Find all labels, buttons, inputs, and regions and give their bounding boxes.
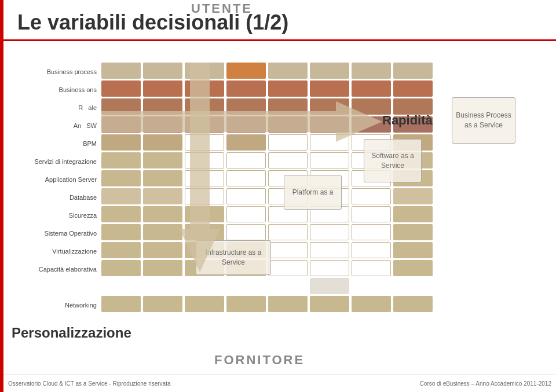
row-label-3: An SW	[6, 116, 100, 134]
cell-2-1	[143, 98, 182, 115]
cell-5-4	[268, 152, 308, 168]
row-label-8: Sicurezza	[6, 206, 100, 224]
cell-4-4	[268, 134, 308, 151]
cell-6-0	[101, 170, 141, 186]
fornitore-label: FORNITORE	[214, 353, 305, 368]
cell-9-1	[143, 224, 182, 240]
cell-7-6	[352, 188, 391, 204]
cell-8-2	[185, 206, 224, 222]
cell-12-6	[352, 278, 391, 294]
personalizzazione-label: Personalizzazione	[12, 325, 131, 341]
cell-3-3	[226, 116, 266, 133]
cell-9-5	[310, 224, 349, 240]
cell-10-7	[393, 242, 433, 258]
cell-1-2	[185, 80, 224, 97]
software-service-box: Software as a Service	[364, 139, 422, 182]
cell-1-5	[310, 80, 349, 97]
cell-11-5	[310, 260, 349, 276]
cell-4-5	[310, 134, 349, 151]
cell-10-0	[101, 242, 141, 258]
cell-0-4	[268, 63, 308, 79]
cell-12-3	[226, 278, 266, 294]
cell-7-2	[185, 188, 224, 204]
cell-9-4	[268, 224, 308, 240]
cell-9-2	[185, 224, 224, 240]
cell-5-3	[226, 152, 266, 168]
cell-1-0	[101, 80, 141, 97]
cell-2-4	[268, 98, 308, 115]
cell-10-1	[143, 242, 182, 258]
cell-9-6	[352, 224, 391, 240]
cell-13-5	[310, 296, 349, 312]
cell-1-7	[393, 80, 433, 97]
cell-2-7	[393, 98, 433, 115]
row-label-13: Networking	[6, 296, 100, 314]
row-label-0: Business process	[6, 63, 100, 80]
row-label-10: Virtualizzazione	[6, 242, 100, 260]
cell-6-1	[143, 170, 182, 186]
cell-4-0	[101, 134, 141, 151]
row-label-4: BPM	[6, 134, 100, 152]
footer: Osservatorio Cloud & ICT as a Service - …	[3, 375, 556, 392]
cell-6-3	[226, 170, 266, 186]
cell-7-0	[101, 188, 141, 204]
left-accent-bar	[0, 0, 3, 392]
cell-11-4	[268, 260, 308, 276]
utente-label: UTENTE	[191, 1, 253, 16]
row-label-6: Application Server	[6, 170, 100, 188]
cell-1-4	[268, 80, 308, 97]
cell-7-3	[226, 188, 266, 204]
cell-2-5	[310, 98, 349, 115]
cell-4-2	[185, 134, 224, 151]
row-label-11: Capacità elaborativa	[6, 260, 100, 278]
cell-1-3	[226, 80, 266, 97]
cell-3-0	[101, 116, 141, 133]
row-label-9: Sistema Operativo	[6, 224, 100, 242]
cell-7-1	[143, 188, 182, 204]
cell-12-4	[268, 278, 308, 294]
cell-0-3	[226, 63, 266, 79]
cell-2-2	[185, 98, 224, 115]
rapidita-label: Rapidità	[382, 113, 433, 128]
cell-1-6	[352, 80, 391, 97]
cell-6-2	[185, 170, 224, 186]
cell-13-0	[101, 296, 141, 312]
cell-1-1	[143, 80, 182, 97]
cell-0-2	[185, 63, 224, 79]
cell-9-7	[393, 224, 433, 240]
cell-8-0	[101, 206, 141, 222]
cell-13-6	[352, 296, 391, 312]
cell-12-1	[143, 278, 182, 294]
cell-5-1	[143, 152, 182, 168]
cell-3-5	[310, 116, 349, 133]
cell-12-0	[101, 278, 141, 294]
cell-5-2	[185, 152, 224, 168]
cell-8-7	[393, 206, 433, 222]
cell-0-0	[101, 63, 141, 79]
row-label-7: Database	[6, 188, 100, 206]
cell-10-5	[310, 242, 349, 258]
cell-11-1	[143, 260, 182, 276]
cell-0-1	[143, 63, 182, 79]
cell-12-2	[185, 278, 224, 294]
cell-11-0	[101, 260, 141, 276]
cell-0-5	[310, 63, 349, 79]
cell-8-6	[352, 206, 391, 222]
row-label-12	[6, 278, 100, 296]
cell-8-1	[143, 206, 182, 222]
cell-13-3	[226, 296, 266, 312]
cell-2-3	[226, 98, 266, 115]
cell-3-2	[185, 116, 224, 133]
cell-5-0	[101, 152, 141, 168]
top-accent-line	[3, 39, 556, 41]
row-label-5: Servizi di integrazione	[6, 152, 100, 170]
cell-0-7	[393, 63, 433, 79]
footer-left: Osservatorio Cloud & ICT as a Service - …	[8, 380, 170, 387]
cell-4-3	[226, 134, 266, 151]
infrastructure-service-box: Infrastructure as a Service	[196, 240, 271, 275]
cell-4-1	[143, 134, 182, 151]
platform-service-box: Platform as a	[284, 175, 342, 210]
cell-0-6	[352, 63, 391, 79]
cell-10-4	[268, 242, 308, 258]
cell-11-6	[352, 260, 391, 276]
